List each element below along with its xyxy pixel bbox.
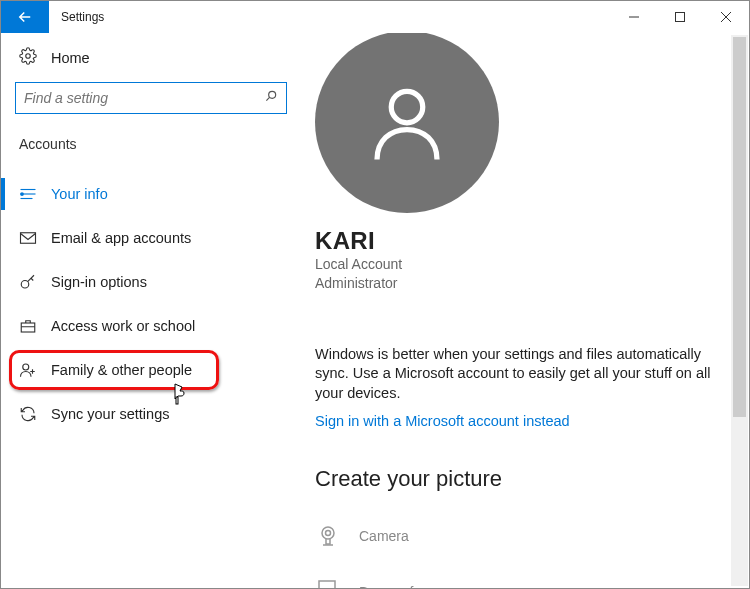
svg-point-16: [391, 91, 423, 123]
browse-label: Browse for one: [359, 584, 453, 588]
svg-point-17: [322, 527, 334, 539]
sync-blurb: Windows is better when your settings and…: [315, 345, 721, 404]
key-icon: [19, 273, 37, 291]
camera-label: Camera: [359, 528, 409, 544]
svg-rect-15: [176, 397, 178, 404]
profile-account-type: Local Account: [315, 255, 721, 274]
cursor-pointer-icon: [169, 382, 189, 406]
svg-point-4: [26, 54, 31, 59]
scrollbar-thumb[interactable]: [733, 37, 746, 417]
search-icon: [264, 89, 278, 107]
briefcase-icon: [19, 318, 37, 334]
browse-icon: [315, 579, 341, 588]
sidebar-item-sync[interactable]: Sync your settings: [1, 392, 301, 436]
sidebar-item-label: Email & app accounts: [51, 230, 191, 246]
svg-rect-1: [676, 13, 685, 22]
create-picture-heading: Create your picture: [315, 466, 721, 492]
search-input[interactable]: [24, 90, 264, 106]
home-button[interactable]: Home: [1, 33, 301, 82]
svg-point-14: [23, 364, 29, 370]
scrollbar[interactable]: [731, 35, 748, 586]
sidebar-item-label: Family & other people: [51, 362, 192, 378]
window-title: Settings: [49, 1, 104, 33]
svg-rect-19: [319, 581, 335, 588]
sign-in-microsoft-link[interactable]: Sign in with a Microsoft account instead: [315, 413, 570, 429]
people-icon: [19, 361, 37, 379]
sidebar-item-your-info[interactable]: Your info: [1, 172, 301, 216]
camera-icon: [315, 524, 341, 548]
sync-icon: [19, 405, 37, 423]
profile-name: KARI: [315, 227, 721, 255]
sidebar-item-label: Access work or school: [51, 318, 195, 334]
profile-role: Administrator: [315, 274, 721, 293]
svg-line-6: [266, 97, 269, 100]
avatar: [315, 33, 499, 213]
svg-point-18: [326, 531, 331, 536]
svg-rect-11: [21, 233, 36, 244]
id-card-icon: [19, 187, 37, 201]
svg-point-10: [20, 192, 24, 196]
close-button[interactable]: [703, 1, 749, 33]
svg-point-5: [269, 91, 276, 98]
sidebar-item-label: Sync your settings: [51, 406, 169, 422]
svg-rect-13: [21, 323, 35, 332]
minimize-button[interactable]: [611, 1, 657, 33]
sidebar-category: Accounts: [1, 132, 301, 164]
search-input-wrapper[interactable]: [15, 82, 287, 114]
sidebar-item-work[interactable]: Access work or school: [1, 304, 301, 348]
sidebar-item-signin[interactable]: Sign-in options: [1, 260, 301, 304]
sidebar-item-label: Sign-in options: [51, 274, 147, 290]
home-label: Home: [51, 50, 90, 66]
maximize-button[interactable]: [657, 1, 703, 33]
camera-option[interactable]: Camera: [315, 514, 721, 558]
browse-option[interactable]: Browse for one: [315, 570, 721, 588]
back-button[interactable]: [1, 1, 49, 33]
sidebar-item-family[interactable]: Family & other people: [1, 348, 301, 392]
mail-icon: [19, 231, 37, 245]
sidebar-item-email[interactable]: Email & app accounts: [1, 216, 301, 260]
sidebar-item-label: Your info: [51, 186, 108, 202]
gear-icon: [19, 47, 37, 68]
